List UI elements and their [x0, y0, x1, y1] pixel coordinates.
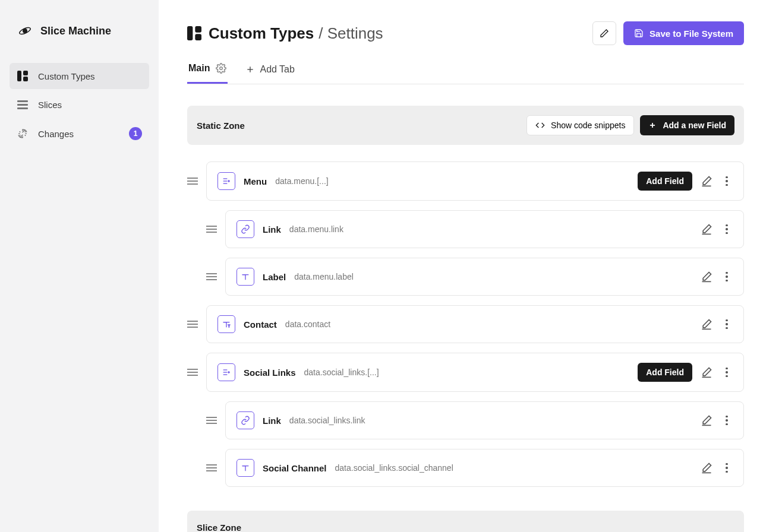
save-icon: [634, 28, 644, 38]
field-card-menu-link: Link data.menu.link: [225, 210, 744, 248]
static-zone-header: Static Zone Show code snippets Add a new…: [187, 106, 744, 145]
page-title: Custom Types / Settings: [209, 24, 383, 43]
field-api-id: data.contact: [285, 319, 330, 329]
group-field-icon: [217, 172, 235, 190]
static-zone-title: Static Zone: [197, 121, 245, 131]
add-tab-button[interactable]: Add Tab: [244, 58, 295, 83]
edit-icon[interactable]: [701, 414, 712, 426]
pencil-icon: [600, 28, 609, 38]
group-field-icon: [217, 363, 235, 381]
sidebar-item-custom-types[interactable]: Custom Types: [10, 63, 149, 89]
field-label: Menu: [244, 176, 267, 186]
rich-text-field-icon: T: [217, 315, 235, 333]
svg-rect-10: [195, 34, 201, 40]
svg-rect-5: [17, 100, 28, 102]
field-row-social-link: Link data.social_links.link: [206, 401, 744, 439]
add-new-field-label: Add a new Field: [663, 121, 726, 130]
add-tab-label: Add Tab: [260, 64, 294, 75]
key-text-field-icon: [237, 459, 254, 477]
show-code-snippets-button[interactable]: Show code snippets: [526, 115, 634, 135]
main-content: Custom Types / Settings Save to File Sys…: [159, 0, 763, 532]
svg-rect-9: [195, 26, 201, 33]
edit-icon[interactable]: [701, 366, 712, 378]
drag-handle-icon[interactable]: [206, 271, 217, 282]
field-row-menu-link: Link data.menu.link: [206, 210, 744, 248]
edit-icon[interactable]: [701, 462, 712, 474]
add-subfield-button[interactable]: Add Field: [638, 172, 692, 191]
field-card-menu-label: Label data.menu.label: [225, 258, 744, 296]
field-row-menu-label: Label data.menu.label: [206, 258, 744, 296]
more-menu-icon[interactable]: [721, 223, 733, 235]
drag-handle-icon[interactable]: [206, 415, 217, 426]
edit-icon[interactable]: [701, 175, 712, 187]
fields-list: Menu data.menu.[...] Add Field: [187, 162, 744, 487]
sidebar: Slice Machine Custom Types Slices Change…: [0, 0, 159, 532]
sidebar-item-slices[interactable]: Slices: [10, 91, 149, 118]
sidebar-nav: Custom Types Slices Changes 1: [0, 63, 159, 147]
drag-handle-icon[interactable]: [206, 463, 217, 473]
save-button[interactable]: Save to File System: [623, 21, 744, 45]
edit-icon[interactable]: [701, 318, 712, 330]
edit-icon[interactable]: [701, 271, 712, 283]
more-menu-icon[interactable]: [721, 462, 733, 474]
field-api-id: data.menu.label: [294, 272, 354, 281]
field-label: Social Channel: [263, 463, 327, 473]
custom-types-icon: [17, 70, 29, 82]
more-menu-icon[interactable]: [721, 318, 733, 330]
page-header: Custom Types / Settings Save to File Sys…: [187, 21, 744, 45]
svg-rect-2: [17, 71, 21, 81]
show-code-snippets-label: Show code snippets: [551, 121, 625, 130]
sidebar-item-changes[interactable]: Changes 1: [10, 120, 149, 147]
field-api-id: data.social_links.link: [289, 416, 365, 425]
svg-text:T: T: [228, 324, 231, 328]
plus-icon: [245, 65, 255, 74]
drag-handle-icon[interactable]: [206, 224, 217, 235]
field-api-id: data.menu.[...]: [275, 176, 329, 186]
field-row-social-channel: Social Channel data.social_links.social_…: [206, 449, 744, 487]
field-label: Social Links: [244, 368, 296, 378]
field-row-social-links: Social Links data.social_links.[...] Add…: [187, 353, 744, 392]
drag-handle-icon[interactable]: [187, 367, 198, 378]
tab-label: Main: [188, 63, 210, 74]
edit-icon[interactable]: [701, 223, 712, 235]
slices-icon: [17, 99, 29, 110]
field-api-id: data.social_links.social_channel: [335, 463, 453, 473]
field-card-social-link: Link data.social_links.link: [225, 401, 744, 439]
save-button-label: Save to File System: [650, 28, 733, 39]
sidebar-header: Slice Machine: [0, 0, 159, 63]
svg-rect-7: [17, 107, 28, 109]
drag-handle-icon[interactable]: [187, 176, 198, 186]
more-menu-icon[interactable]: [721, 366, 733, 378]
svg-rect-6: [17, 104, 28, 106]
svg-rect-4: [23, 77, 28, 81]
tabs: Main Add Tab: [187, 57, 744, 84]
field-card-social-links: Social Links data.social_links.[...] Add…: [206, 353, 744, 392]
link-field-icon: [237, 411, 254, 429]
custom-types-icon: [187, 26, 201, 40]
drag-handle-icon[interactable]: [187, 319, 198, 330]
field-card-menu: Menu data.menu.[...] Add Field: [206, 162, 744, 201]
field-label: Contact: [244, 319, 277, 330]
svg-rect-3: [23, 71, 28, 75]
edit-name-button[interactable]: [592, 21, 616, 45]
changes-icon: [17, 128, 29, 140]
field-row-contact: T Contact data.contact: [187, 305, 744, 343]
slice-zone-title: Slice Zone: [197, 522, 241, 532]
breadcrumb-section: Custom Types: [209, 24, 314, 43]
field-row-menu: Menu data.menu.[...] Add Field: [187, 162, 744, 201]
sidebar-item-label: Slices: [38, 100, 62, 110]
field-label: Label: [263, 272, 286, 282]
link-field-icon: [237, 220, 254, 238]
code-icon: [535, 121, 545, 130]
more-menu-icon[interactable]: [721, 271, 733, 283]
add-subfield-button[interactable]: Add Field: [638, 363, 692, 382]
svg-point-1: [23, 28, 27, 33]
tab-main[interactable]: Main: [187, 57, 228, 84]
sidebar-item-label: Custom Types: [38, 71, 95, 81]
add-new-field-button[interactable]: Add a new Field: [640, 115, 734, 135]
gear-icon[interactable]: [216, 63, 226, 74]
more-menu-icon[interactable]: [721, 175, 733, 187]
field-card-contact: T Contact data.contact: [206, 305, 744, 343]
more-menu-icon[interactable]: [721, 414, 733, 426]
sidebar-item-label: Changes: [38, 129, 74, 139]
